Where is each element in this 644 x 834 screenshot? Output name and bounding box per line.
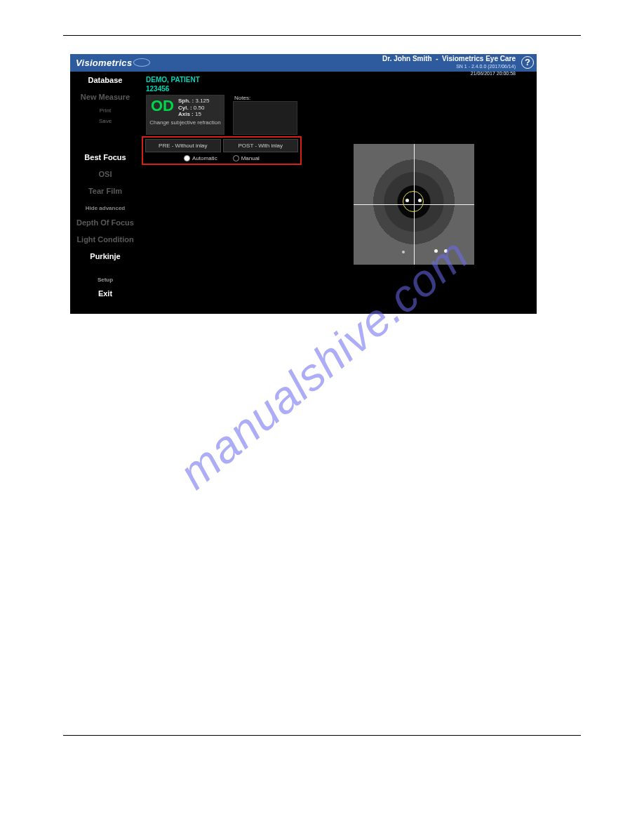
menu-save[interactable]: Save bbox=[70, 116, 140, 126]
cyl-label: Cyl. : bbox=[178, 105, 192, 111]
menu-hide-advanced[interactable]: Hide advanced bbox=[70, 199, 140, 214]
brand-logo: Visiometrics bbox=[76, 58, 150, 68]
inlay-options-frame: PRE - Without inlay POST - With inlay Au… bbox=[142, 136, 302, 165]
version-text: SN 1 - 2.4.0.0 (2017/06/14) bbox=[456, 64, 516, 69]
menu-database[interactable]: Database bbox=[70, 72, 140, 88]
menu-best-focus[interactable]: Best Focus bbox=[70, 149, 140, 166]
refraction-row: OD Sph. : 3.125 Cyl. : 0.50 Axis : 15 Ch… bbox=[146, 95, 537, 135]
cyl-value: 0.50 bbox=[194, 105, 205, 111]
inlay-tabs: PRE - Without inlay POST - With inlay bbox=[145, 139, 298, 152]
brand-text: Visiometrics bbox=[76, 58, 132, 68]
patient-header: DEMO, PATIENT 123456 bbox=[140, 72, 537, 95]
sidebar: Database New Measure Print Save Best Foc… bbox=[70, 72, 140, 302]
menu-new-measure[interactable]: New Measure bbox=[70, 88, 140, 105]
purkinje-reflection bbox=[444, 249, 448, 253]
notes-label: Notes: bbox=[234, 95, 297, 101]
bottom-rule bbox=[63, 735, 581, 736]
menu-setup[interactable]: Setup bbox=[70, 274, 140, 285]
mode-radio-row: Automatic Manual bbox=[145, 152, 298, 161]
content-area: DEMO, PATIENT 123456 OD Sph. : 3.125 Cyl… bbox=[140, 72, 537, 165]
doctor-name: Dr. John Smith bbox=[382, 55, 432, 62]
tab-post-with-inlay[interactable]: POST - With inlay bbox=[223, 139, 299, 152]
refraction-values: Sph. : 3.125 Cyl. : 0.50 Axis : 15 bbox=[178, 95, 209, 118]
sph-label: Sph. : bbox=[178, 98, 194, 104]
tab-pre-without-inlay[interactable]: PRE - Without inlay bbox=[145, 139, 221, 152]
menu-depth-of-focus[interactable]: Depth Of Focus bbox=[70, 214, 140, 231]
brand-swirl-icon bbox=[133, 58, 150, 67]
purkinje-reflection bbox=[405, 199, 409, 202]
application-window: Visiometrics Dr. John Smith - Visiometri… bbox=[70, 54, 537, 314]
radio-automatic-label: Automatic bbox=[192, 155, 217, 161]
eye-image-viewport[interactable] bbox=[354, 144, 474, 265]
radio-dot-icon bbox=[233, 155, 239, 161]
menu-exit[interactable]: Exit bbox=[70, 285, 140, 302]
radio-manual[interactable]: Manual bbox=[233, 155, 260, 161]
refraction-box[interactable]: OD Sph. : 3.125 Cyl. : 0.50 Axis : 15 Ch… bbox=[146, 95, 224, 135]
patient-id: 123456 bbox=[146, 85, 169, 93]
sph-value: 3.125 bbox=[195, 98, 209, 104]
menu-purkinje[interactable]: Purkinje bbox=[70, 248, 140, 265]
clinic-name: Visiometrics Eye Care bbox=[442, 55, 516, 62]
eye-indicator: OD bbox=[147, 95, 178, 118]
notes-section: Notes: bbox=[229, 95, 297, 135]
menu-tear-film[interactable]: Tear Film bbox=[70, 183, 140, 199]
radio-dot-icon bbox=[184, 155, 190, 161]
purkinje-reflection bbox=[418, 199, 422, 202]
spacer bbox=[70, 126, 140, 149]
axis-label: Axis : bbox=[178, 111, 194, 117]
radio-automatic[interactable]: Automatic bbox=[184, 155, 217, 161]
title-bar: Visiometrics Dr. John Smith - Visiometri… bbox=[70, 54, 537, 72]
radio-manual-label: Manual bbox=[241, 155, 260, 161]
spacer bbox=[70, 265, 140, 274]
purkinje-reflection bbox=[402, 251, 405, 253]
help-icon[interactable]: ? bbox=[521, 56, 534, 69]
menu-osi[interactable]: OSI bbox=[70, 166, 140, 183]
notes-input[interactable] bbox=[233, 101, 297, 135]
change-refraction-link[interactable]: Change subjective refraction bbox=[147, 118, 224, 128]
axis-value: 15 bbox=[195, 111, 201, 117]
menu-light-condition[interactable]: Light Condition bbox=[70, 231, 140, 248]
purkinje-reflection bbox=[434, 249, 438, 253]
patient-name-block: DEMO, PATIENT 123456 bbox=[146, 76, 200, 93]
menu-print[interactable]: Print bbox=[70, 105, 140, 116]
patient-name: DEMO, PATIENT bbox=[146, 76, 200, 84]
